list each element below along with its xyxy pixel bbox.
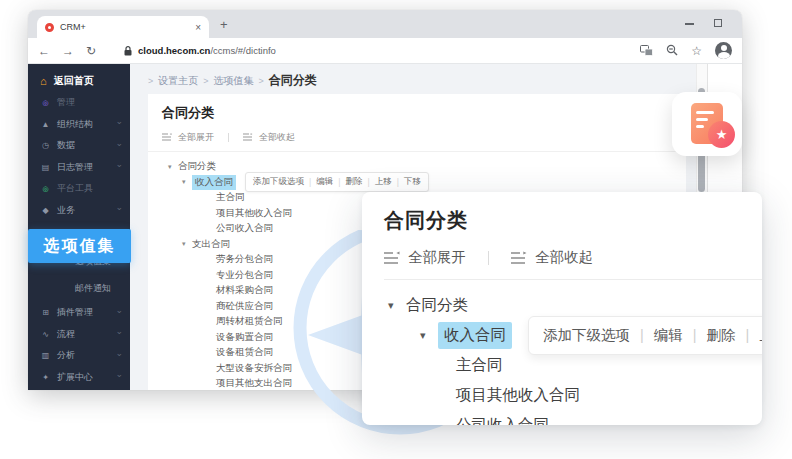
page-title: 合同分类	[162, 104, 672, 122]
sidebar-home-item[interactable]: ⌂ 返回首页	[28, 69, 130, 92]
tree-item-label: 专业分包合同	[216, 269, 273, 282]
bookmark-star-icon[interactable]: ☆	[691, 44, 702, 58]
tree-row[interactable]: ▾ 主合同	[384, 350, 762, 380]
chevron-down-icon: ⌄	[115, 159, 123, 169]
toolbar-divider: |	[693, 327, 697, 343]
breadcrumb-item[interactable]: 合同分类	[269, 72, 317, 89]
window-maximize-button[interactable]	[714, 19, 722, 27]
tree-action-3[interactable]: 上移	[375, 176, 392, 188]
tree-action-0[interactable]: 添加下级选项	[543, 326, 630, 345]
chevron-down-icon: ⌄	[115, 138, 123, 148]
sidebar-item[interactable]: ◎ 管理 ⌄	[28, 92, 130, 114]
tree-action-0[interactable]: 添加下级选项	[253, 176, 304, 188]
tree-row[interactable]: ▾ 公司收入合同	[384, 410, 762, 425]
chevron-down-icon: ⌄	[115, 305, 123, 315]
sidebar-item-label: 日志管理	[57, 161, 93, 174]
callout-option-value-set[interactable]: 选项值集	[28, 229, 131, 263]
tree-action-2[interactable]: 删除	[345, 176, 362, 188]
sidebar-item[interactable]: ✦ 扩展中心 ⌄	[28, 367, 130, 389]
expand-all-icon	[384, 251, 400, 265]
sidebar-item[interactable]: ▥ 分析 ⌄	[28, 345, 130, 367]
overlay-contract-tree: ▾ 合同分类 ▾ 收入合同 添加下级选项|编辑|删除|上移|下移 ▾ 主合同	[384, 290, 762, 425]
sidebar-item-label: 管理	[57, 96, 75, 109]
breadcrumb-item[interactable]: 选项值集	[214, 74, 254, 88]
star-badge-icon: ★	[708, 121, 735, 148]
sidebar-item[interactable]: ▤ 日志管理 ⌄	[28, 157, 130, 179]
overlay-title: 合同分类	[384, 207, 762, 234]
sidebar-item[interactable]: ◆ 业务 ⌄	[28, 200, 130, 222]
url-path: /ccms/#/dictinfo	[210, 45, 275, 56]
sidebar-item-label: 邮件通知	[75, 282, 111, 295]
collapse-all-icon	[511, 251, 527, 265]
sidebar-item[interactable]: ⊞ 插件管理 ⌄	[28, 302, 130, 324]
reload-icon[interactable]: ↻	[86, 44, 96, 58]
tree-action-1[interactable]: 编辑	[654, 326, 683, 345]
tree-item-label: 项目其他收入合同	[456, 385, 580, 406]
tree-row[interactable]: ▾ 项目其他收入合同	[384, 380, 762, 410]
tab-title: CRM+	[60, 22, 189, 32]
tree-collapse-arrow-icon[interactable]: ▾	[182, 240, 192, 248]
tree-item-label: 项目其他收入合同	[216, 207, 292, 220]
zoom-out-icon[interactable]	[666, 42, 678, 60]
star-icon: ★	[716, 127, 728, 142]
sidebar-item-icon: ◷	[40, 141, 51, 150]
chevron-down-icon: ⌄	[115, 326, 123, 336]
tab-close-icon[interactable]: ×	[195, 22, 201, 33]
tree-collapse-arrow-icon[interactable]: ▾	[420, 329, 438, 342]
send-to-devices-icon[interactable]	[640, 42, 653, 60]
new-tab-button[interactable]: +	[220, 17, 228, 32]
tree-action-2[interactable]: 删除	[707, 326, 736, 345]
doc-line	[696, 125, 704, 128]
sidebar-item[interactable]: ∿ 流程 ⌄	[28, 324, 130, 346]
breadcrumb-separator: >	[259, 76, 264, 86]
tree-item-label: 设备购置合同	[216, 331, 273, 344]
divider	[488, 251, 489, 265]
sidebar-item-label: 业务	[57, 204, 75, 217]
sidebar-item-label: 扩展中心	[57, 371, 93, 384]
profile-avatar[interactable]	[715, 42, 732, 59]
window-minimize-button[interactable]	[685, 23, 694, 25]
expand-all-button[interactable]: 全部展开	[408, 248, 466, 267]
breadcrumb: > 设置主页 > 选项值集 > 合同分类	[148, 72, 317, 89]
toolbar-divider: |	[397, 177, 399, 187]
tree-controls: 全部展开 全部收起	[148, 131, 686, 152]
tree-collapse-arrow-icon[interactable]: ▾	[388, 299, 406, 312]
tree-action-1[interactable]: 编辑	[316, 176, 333, 188]
sidebar-item[interactable]: ◎ 平台工具 ⌄	[28, 178, 130, 200]
tree-row[interactable]: ▾ 收入合同 添加下级选项|编辑|删除|上移|下移	[162, 175, 672, 191]
tree-collapse-arrow-icon[interactable]: ▾	[182, 178, 192, 186]
sidebar-item-icon: ▥	[40, 351, 51, 360]
doc-line	[696, 118, 708, 121]
tree-row[interactable]: ▾ 收入合同 添加下级选项|编辑|删除|上移|下移	[384, 320, 762, 350]
tree-item-label: 大型设备安拆合同	[216, 362, 292, 375]
sidebar-item-icon: ◎	[40, 99, 51, 107]
feature-sticker: ★	[672, 92, 742, 156]
sidebar-item[interactable]: ▲ 组织结构 ⌄	[28, 114, 130, 136]
sidebar-item-icon: ◆	[40, 206, 51, 215]
tree-action-3[interactable]: 上移	[759, 326, 762, 345]
browser-tab[interactable]: CRM+ ×	[37, 16, 209, 38]
lock-icon	[124, 42, 132, 60]
sidebar-item[interactable]: ◷ 数据 ⌄	[28, 135, 130, 157]
tree-item-label: 设备租赁合同	[216, 346, 273, 359]
tree-collapse-arrow-icon[interactable]: ▾	[168, 163, 178, 171]
forward-icon[interactable]: →	[62, 44, 74, 58]
sidebar: ⌂ 返回首页 ◎ 管理 ⌄ ▲ 组织结构	[28, 64, 130, 390]
collapse-all-button[interactable]: 全部收起	[535, 248, 593, 267]
breadcrumb-item[interactable]: 设置主页	[158, 74, 198, 88]
sidebar-home-label: 返回首页	[54, 74, 94, 88]
tree-action-4[interactable]: 下移	[404, 176, 421, 188]
toolbar-divider: |	[367, 177, 369, 187]
sidebar-item-label: 组织结构	[57, 118, 93, 131]
sidebar-item[interactable]: 邮件通知 ⌄	[28, 275, 130, 302]
url-field[interactable]: cloud.hecom.cn/ccms/#/dictinfo	[138, 45, 276, 56]
back-icon[interactable]: ←	[38, 44, 50, 58]
chevron-down-icon: ⌄	[115, 202, 123, 212]
tree-item-label: 项目其他支出合同	[216, 377, 292, 390]
collapse-all-button[interactable]: 全部收起	[259, 131, 295, 144]
tree-item-label: 支出合同	[192, 238, 230, 251]
sidebar-item-icon: ∿	[40, 330, 51, 339]
expand-all-button[interactable]: 全部展开	[178, 131, 214, 144]
chevron-down-icon: ⌄	[115, 348, 123, 358]
collapse-all-icon	[243, 133, 253, 142]
